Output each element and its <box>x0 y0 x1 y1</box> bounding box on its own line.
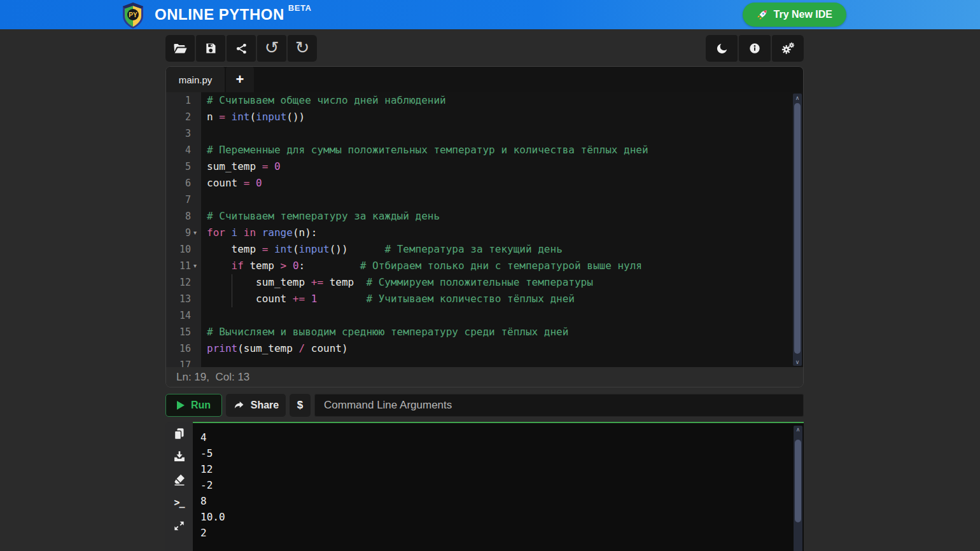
code-line[interactable]: 11▾ if temp > 0: # Отбираем только дни с… <box>166 258 803 274</box>
code-text[interactable]: # Считываем общее число дней наблюдений <box>201 92 446 109</box>
status-bar: Ln: 19, Col: 13 <box>166 367 803 387</box>
output-scrollbar[interactable]: ∧ <box>794 426 802 551</box>
clear-output-button[interactable] <box>172 473 187 487</box>
code-line[interactable]: 12 sum_temp += temp # Суммируем положите… <box>166 274 803 291</box>
tab-bar: main.py + <box>166 67 803 92</box>
code-line[interactable]: 8# Считываем температуру за каждый день <box>166 208 803 225</box>
gutter: 6 <box>166 175 201 192</box>
code-line[interactable]: 9▾for i in range(n): <box>166 225 803 241</box>
code-line[interactable]: 5sum_temp = 0 <box>166 158 803 175</box>
code-line[interactable]: 3 <box>166 125 803 142</box>
code-text[interactable]: print(sum_temp / count) <box>201 340 348 357</box>
code-text[interactable]: temp = int(input()) # Температура за тек… <box>201 241 563 258</box>
open-file-button[interactable] <box>165 35 195 62</box>
line-number: 14 <box>179 307 191 324</box>
code-line[interactable]: 14 <box>166 307 803 324</box>
code-text[interactable]: count = 0 <box>201 175 262 192</box>
line-number: 11 <box>179 258 191 274</box>
scroll-up-arrow[interactable]: ∧ <box>793 94 802 102</box>
code-text[interactable] <box>201 357 207 367</box>
code-text[interactable]: # Переменные для суммы положительных тем… <box>201 142 648 158</box>
output-scrollbar-thumb[interactable] <box>795 440 801 522</box>
gutter: 13 <box>166 291 201 307</box>
settings-button[interactable] <box>772 35 804 62</box>
try-new-ide-button[interactable]: Try New IDE <box>743 3 846 27</box>
dark-mode-button[interactable] <box>706 35 738 62</box>
code-text[interactable]: # Считываем температуру за каждый день <box>201 208 440 225</box>
redo-button[interactable]: ↻ <box>288 35 317 62</box>
tab-main-py[interactable]: main.py <box>166 67 225 92</box>
output-lines: 4-512-2810.02 <box>200 429 796 541</box>
editor-toolbar: ↺ ↻ <box>165 35 804 62</box>
code-line[interactable]: 16print(sum_temp / count) <box>166 340 803 357</box>
line-number: 17 <box>179 357 191 367</box>
gutter: 16 <box>166 340 201 357</box>
app-header: PY ONLINE PYTHONBETA Try New IDE <box>0 0 980 29</box>
editor-scrollbar[interactable]: ∧ ∨ <box>793 94 802 366</box>
add-tab-button[interactable]: + <box>226 67 254 92</box>
gutter: 7 <box>166 192 201 208</box>
output-console[interactable]: 4-512-2810.02 ∧ <box>193 422 804 551</box>
code-text[interactable] <box>201 307 207 324</box>
save-button[interactable] <box>196 35 225 62</box>
editor-scrollbar-thumb[interactable] <box>794 103 801 354</box>
code-text[interactable] <box>201 125 207 142</box>
code-text[interactable]: sum_temp = 0 <box>201 158 281 175</box>
line-number: 2 <box>185 109 191 125</box>
gutter: 3 <box>166 125 201 142</box>
run-button[interactable]: Run <box>165 394 222 417</box>
command-line-args-input[interactable] <box>314 394 804 417</box>
undo-button[interactable]: ↺ <box>257 35 286 62</box>
code-line[interactable]: 4# Переменные для суммы положительных те… <box>166 142 803 158</box>
code-text[interactable]: count += 1 # Учитываем количество тёплых… <box>201 291 575 307</box>
code-line[interactable]: 6count = 0 <box>166 175 803 192</box>
code-line[interactable]: 13 count += 1 # Учитываем количество тёп… <box>166 291 803 307</box>
copy-output-button[interactable] <box>172 427 187 441</box>
code-line[interactable]: 10 temp = int(input()) # Температура за … <box>166 241 803 258</box>
save-icon <box>204 42 217 55</box>
gutter: 11▾ <box>166 258 201 274</box>
output-scroll-up-arrow[interactable]: ∧ <box>794 426 802 434</box>
line-number: 13 <box>179 291 191 307</box>
command-line-args-toggle[interactable]: $ <box>290 394 311 417</box>
line-number: 5 <box>185 158 191 175</box>
output-line: 8 <box>200 493 796 509</box>
gutter: 14 <box>166 307 201 324</box>
line-number: 12 <box>179 274 191 291</box>
download-output-button[interactable] <box>172 450 187 464</box>
expand-output-button[interactable] <box>172 519 187 533</box>
info-button[interactable] <box>739 35 771 62</box>
code-text[interactable]: sum_temp += temp # Суммируем положительн… <box>201 274 593 291</box>
terminal-mode-button[interactable]: >_ <box>172 496 187 510</box>
line-number: 6 <box>185 175 191 192</box>
run-bar: Run Share $ <box>165 394 804 417</box>
gutter: 8 <box>166 208 201 225</box>
beta-badge: BETA <box>288 3 311 13</box>
main-column: ↺ ↻ <box>165 29 804 551</box>
code-line[interactable]: 17 <box>166 357 803 367</box>
code-line[interactable]: 2n = int(input()) <box>166 109 803 125</box>
code-text[interactable] <box>201 192 207 208</box>
share-button[interactable]: Share <box>226 394 286 417</box>
share-code-button[interactable] <box>227 35 256 62</box>
code-text[interactable]: n = int(input()) <box>201 109 305 125</box>
dollar-icon: $ <box>297 399 303 411</box>
fold-arrow-icon[interactable]: ▾ <box>192 258 199 274</box>
toolbar-right-group <box>706 35 804 62</box>
share-arrow-icon <box>233 400 245 411</box>
editor-panel: main.py + 1# Считываем общее число дней … <box>165 66 804 387</box>
code-lines[interactable]: 1# Считываем общее число дней наблюдений… <box>166 92 803 367</box>
code-editor[interactable]: 1# Считываем общее число дней наблюдений… <box>166 92 803 367</box>
scroll-down-arrow[interactable]: ∨ <box>793 358 802 366</box>
code-line[interactable]: 7 <box>166 192 803 208</box>
line-number: 4 <box>185 142 191 158</box>
moon-icon <box>715 42 729 55</box>
code-text[interactable]: # Вычисляем и выводим среднюю температур… <box>201 324 568 340</box>
code-text[interactable]: if temp > 0: # Отбираем только дни с тем… <box>201 258 642 274</box>
cursor-position: Ln: 19, Col: 13 <box>176 371 249 384</box>
fold-arrow-icon[interactable]: ▾ <box>192 225 199 241</box>
code-text[interactable]: for i in range(n): <box>201 225 317 241</box>
code-line[interactable]: 15# Вычисляем и выводим среднюю температ… <box>166 324 803 340</box>
code-line[interactable]: 1# Считываем общее число дней наблюдений <box>166 92 803 109</box>
gutter: 1 <box>166 92 201 109</box>
